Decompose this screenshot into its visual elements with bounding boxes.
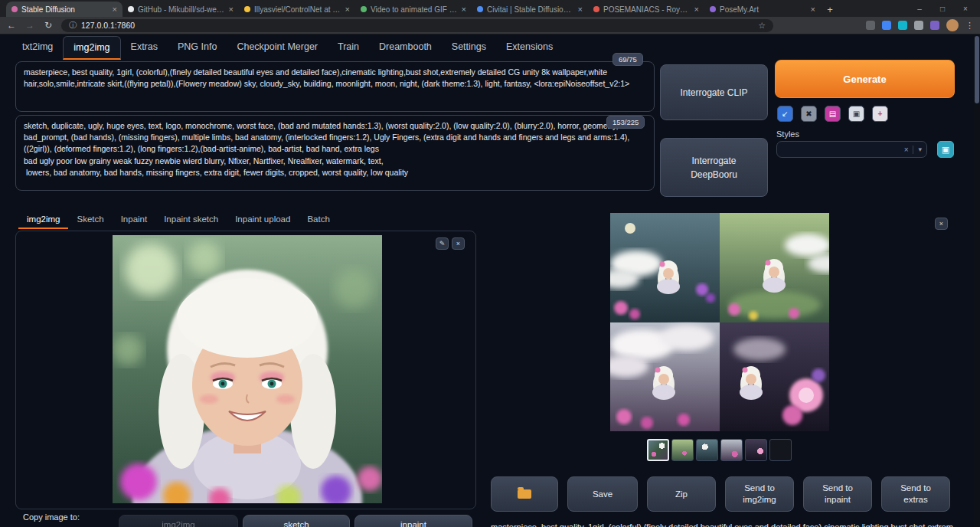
negative-prompt-input[interactable]: sketch, duplicate, ugly, huge eyes, text…	[15, 115, 655, 191]
browser-tab-posemyart[interactable]: PoseMy.Art ×	[704, 2, 821, 17]
bookmark-star-icon[interactable]: ☆	[758, 21, 766, 31]
zip-button[interactable]: Zip	[647, 476, 716, 512]
maximize-button[interactable]: □	[931, 0, 954, 17]
browser-tab-github[interactable]: GitHub - Mikubill/sd-webui-con ×	[122, 2, 239, 17]
tab-favicon	[361, 6, 367, 12]
url-text: 127.0.0.1:7860	[81, 21, 135, 30]
image-toolbar: ✎ ×	[436, 237, 465, 250]
clear-prompt-icon[interactable]: ✖	[801, 106, 817, 122]
mode-tab-inpaint[interactable]: Inpaint	[113, 211, 156, 229]
gallery-thumbnail-1[interactable]	[647, 439, 669, 461]
tab-favicon	[477, 6, 483, 12]
tab-close-icon[interactable]: ×	[462, 5, 466, 14]
extension-icon-3[interactable]	[898, 21, 907, 30]
browser-toolbar: ← → ↻ ⓘ 127.0.0.1:7860 ☆ ⋮	[0, 17, 980, 34]
tab-checkpoint-merger[interactable]: Checkpoint Merger	[227, 36, 328, 60]
extra-networks-icon[interactable]: ▤	[825, 106, 841, 122]
tab-label: Video to animated GIF converter	[371, 5, 458, 14]
gallery-close-icon[interactable]: ×	[935, 218, 948, 230]
browser-tab-gif-converter[interactable]: Video to animated GIF converter ×	[355, 2, 472, 17]
new-tab-button[interactable]: +	[821, 2, 839, 17]
browser-menu-icon[interactable]: ⋮	[965, 21, 974, 31]
gallery-selected-image[interactable]	[610, 213, 829, 431]
chevron-down-icon: ▾	[913, 146, 926, 153]
styles-dropdown[interactable]: × ▾	[776, 141, 927, 158]
copy-to-sketch-button[interactable]: sketch	[243, 515, 350, 527]
copy-to-inpaint-button[interactable]: inpaint	[354, 515, 472, 527]
browser-tab-civitai[interactable]: Civitai | Stable Diffusion model ×	[472, 2, 588, 17]
forward-icon[interactable]: →	[24, 20, 35, 31]
window-close-button[interactable]: ×	[954, 0, 977, 17]
tab-close-icon[interactable]: ×	[345, 5, 350, 14]
address-bar[interactable]: ⓘ 127.0.0.1:7860 ☆	[61, 19, 773, 32]
gallery-thumbnails	[647, 439, 792, 461]
mode-tab-batch[interactable]: Batch	[299, 211, 338, 229]
generated-grid-artwork	[610, 213, 829, 431]
page-scrollbar[interactable]	[974, 34, 980, 527]
tab-close-icon[interactable]: ×	[229, 5, 234, 14]
paste-params-icon[interactable]: ↙	[777, 106, 793, 122]
mode-tab-sketch[interactable]: Sketch	[68, 211, 112, 229]
minimize-button[interactable]: –	[908, 0, 931, 17]
gallery-thumbnail-2[interactable]	[671, 439, 694, 461]
tab-settings[interactable]: Settings	[442, 36, 496, 60]
save-style-icon[interactable]: +	[872, 106, 888, 122]
send-to-inpaint-button[interactable]: Send to inpaint	[803, 476, 872, 512]
gallery-thumbnail-4[interactable]	[720, 439, 743, 461]
browser-tab-posemaniacs[interactable]: POSEMANIACS - Royalty free 3 ×	[588, 2, 704, 17]
copy-to-img2img-button[interactable]: img2img	[119, 515, 238, 527]
tab-close-icon[interactable]: ×	[578, 5, 583, 14]
open-folder-button[interactable]	[491, 476, 558, 512]
send-to-extras-button[interactable]: Send to extras	[881, 476, 950, 512]
edit-image-icon[interactable]: ✎	[436, 237, 449, 250]
gallery-thumbnail-5[interactable]	[745, 439, 767, 461]
tab-close-icon[interactable]: ×	[113, 5, 117, 14]
back-icon[interactable]: ←	[6, 20, 17, 31]
copy-image-to-label: Copy image to:	[23, 512, 80, 522]
send-to-img2img-button[interactable]: Send to img2img	[725, 476, 794, 512]
negative-token-counter: 153/225	[606, 116, 645, 129]
main-nav-tabs: txt2img img2img Extras PNG Info Checkpoi…	[12, 36, 563, 60]
extension-icon-4[interactable]	[914, 21, 923, 30]
gallery-thumbnail-6[interactable]	[769, 439, 792, 461]
apply-styles-button[interactable]: ▣	[937, 141, 954, 158]
scrollbar-thumb[interactable]	[975, 36, 979, 103]
tab-label: GitHub - Mikubill/sd-webui-con	[138, 5, 225, 14]
mode-tab-img2img[interactable]: img2img	[18, 211, 68, 229]
gallery-thumbnail-3[interactable]	[696, 439, 718, 461]
tab-extras[interactable]: Extras	[121, 36, 168, 60]
extension-icon-1[interactable]	[866, 21, 875, 30]
tab-img2img[interactable]: img2img	[63, 36, 120, 60]
tab-txt2img[interactable]: txt2img	[12, 36, 63, 60]
site-info-icon[interactable]: ⓘ	[69, 20, 77, 31]
extension-icon-5[interactable]	[930, 21, 939, 30]
clear-styles-icon[interactable]: ×	[900, 146, 914, 154]
tab-train[interactable]: Train	[328, 36, 369, 60]
img2img-mode-tabs: img2img Sketch Inpaint Inpaint sketch In…	[18, 211, 338, 229]
mode-tab-inpaint-upload[interactable]: Inpaint upload	[227, 211, 299, 229]
prompt-token-counter: 69/75	[612, 53, 643, 66]
tab-close-icon[interactable]: ×	[811, 5, 815, 14]
source-image-dropzone[interactable]: ✎ ×	[15, 231, 476, 509]
browser-tab-controlnet[interactable]: Illyasviel/ControlNet at main ×	[239, 2, 355, 17]
tab-close-icon[interactable]: ×	[694, 5, 699, 14]
apply-style-icon[interactable]: ▣	[848, 106, 864, 122]
remove-image-icon[interactable]: ×	[452, 237, 465, 250]
tab-label: Stable Diffusion	[21, 5, 109, 14]
browser-tab-stable-diffusion[interactable]: Stable Diffusion ×	[6, 2, 122, 17]
mode-tab-inpaint-sketch[interactable]: Inpaint sketch	[155, 211, 227, 229]
reload-icon[interactable]: ↻	[43, 20, 54, 31]
prompt-input[interactable]: masterpiece, best quality, 1girl, (color…	[15, 61, 655, 112]
interrogate-clip-button[interactable]: Interrogate CLIP	[660, 64, 768, 120]
tab-label: POSEMANIACS - Royalty free 3	[603, 5, 691, 14]
tab-png-info[interactable]: PNG Info	[168, 36, 227, 60]
tab-dreambooth[interactable]: Dreambooth	[369, 36, 442, 60]
tab-favicon	[11, 6, 18, 12]
interrogate-deepbooru-button[interactable]: Interrogate DeepBooru	[660, 138, 768, 197]
save-button[interactable]: Save	[567, 476, 638, 512]
tab-extensions[interactable]: Extensions	[496, 36, 563, 60]
generate-button[interactable]: Generate	[775, 60, 955, 98]
extension-icon-2[interactable]	[882, 21, 891, 30]
img2img-source-image[interactable]	[113, 235, 382, 503]
profile-avatar[interactable]	[946, 19, 959, 31]
